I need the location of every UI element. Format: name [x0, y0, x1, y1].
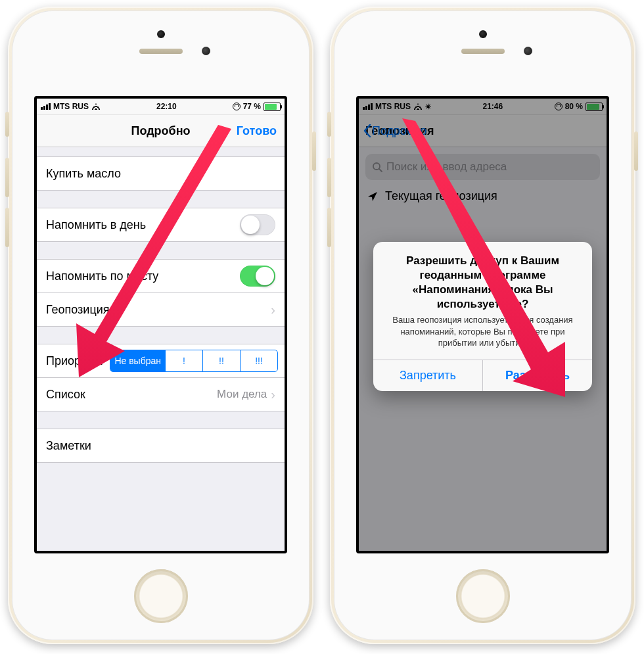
list-value: Мои дела: [217, 388, 267, 401]
volume-down-button: [327, 208, 331, 247]
nav-title: Подробно: [131, 124, 190, 138]
volume-up-button: [327, 158, 331, 197]
location-row[interactable]: Геопозиция ›: [37, 292, 285, 326]
clock: 22:10: [156, 102, 177, 111]
remind-on-day-label: Напомнить в день: [46, 218, 240, 232]
remind-at-location-label: Напомнить по месту: [46, 269, 240, 283]
reminder-title-text: Купить масло: [46, 167, 275, 181]
battery-icon: [264, 103, 281, 111]
signal-icon: [41, 103, 51, 110]
priority-option-1[interactable]: !: [165, 350, 202, 371]
list-label: Список: [46, 388, 217, 402]
alert-deny-button[interactable]: Запретить: [373, 360, 483, 391]
wifi-icon: [91, 103, 101, 110]
phone-right: MTS RUS ✳︎ 21:46 80 % Подробно: [330, 7, 635, 644]
volume-down-button: [5, 208, 9, 247]
proximity-sensor: [479, 30, 487, 38]
location-label: Геопозиция: [46, 303, 271, 317]
power-button: [634, 131, 638, 171]
power-button: [312, 131, 316, 171]
front-camera: [524, 47, 532, 55]
remind-at-location-switch[interactable]: [240, 266, 275, 287]
remind-at-location-row: Напомнить по месту: [37, 260, 285, 292]
reminder-title-field[interactable]: Купить масло: [37, 157, 285, 190]
status-bar: MTS RUS 22:10 77 %: [37, 99, 285, 115]
alert-title: Разрешить доступ к Вашим геоданным прогр…: [373, 242, 592, 314]
priority-option-2[interactable]: !!: [202, 350, 240, 371]
permission-alert: Разрешить доступ к Вашим геоданным прогр…: [373, 242, 592, 391]
mute-switch: [327, 112, 331, 137]
proximity-sensor: [157, 30, 165, 38]
remind-on-day-switch[interactable]: [240, 214, 275, 235]
chevron-right-icon: ›: [271, 302, 275, 317]
earpiece-speaker: [461, 49, 505, 54]
screen-left: MTS RUS 22:10 77 % Подробно Готово: [34, 96, 287, 553]
priority-segmented[interactable]: Не выбран ! !! !!!: [110, 350, 278, 372]
volume-up-button: [5, 158, 9, 197]
chevron-right-icon: ›: [271, 387, 275, 402]
rotation-lock-icon: [233, 103, 241, 110]
alert-message: Ваша геопозиция используется для создани…: [373, 314, 592, 360]
battery-percent: 77 %: [243, 102, 261, 111]
priority-label: Приоритет: [46, 354, 104, 368]
earpiece-speaker: [139, 49, 183, 54]
carrier-label: MTS RUS: [53, 102, 89, 111]
nav-bar: Подробно Готово: [37, 115, 285, 147]
list-row[interactable]: Список Мои дела ›: [37, 377, 285, 411]
remind-on-day-row: Напомнить в день: [37, 208, 285, 241]
home-button[interactable]: [456, 569, 510, 623]
alert-allow-button[interactable]: Разрешить: [483, 360, 592, 391]
notes-label: Заметки: [46, 439, 275, 453]
home-button[interactable]: [134, 569, 188, 623]
priority-option-3[interactable]: !!!: [240, 350, 277, 371]
mute-switch: [5, 112, 9, 137]
phone-left: MTS RUS 22:10 77 % Подробно Готово: [8, 7, 313, 644]
priority-option-none[interactable]: Не выбран: [110, 350, 165, 371]
screen-right: MTS RUS ✳︎ 21:46 80 % Подробно: [356, 96, 609, 553]
front-camera: [202, 47, 210, 55]
priority-row: Приоритет Не выбран ! !! !!!: [37, 344, 285, 377]
done-button[interactable]: Готово: [237, 124, 277, 138]
notes-row[interactable]: Заметки: [37, 429, 285, 462]
